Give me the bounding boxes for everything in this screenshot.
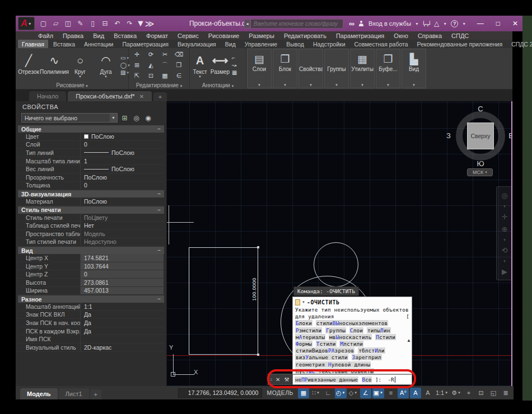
search-binoculars-icon[interactable]: ∞ — [349, 19, 354, 28]
save-button[interactable]: ◫ — [63, 18, 73, 29]
store-cart-icon[interactable] — [423, 21, 430, 26]
workspace-gear-button[interactable]: ⚙▼ — [450, 388, 462, 398]
menu-item[interactable]: Размеры — [249, 32, 274, 39]
menu-item[interactable]: Формат — [146, 32, 168, 39]
ribbon-tab[interactable]: Вставка — [49, 40, 79, 48]
object-snap-toggle[interactable]: ▣▼ — [372, 388, 384, 398]
save-as-button[interactable]: ✎ — [75, 18, 86, 29]
ribbon-tab[interactable]: Совместная работа — [351, 40, 412, 48]
lineweight-toggle[interactable]: ≡▼ — [385, 388, 396, 398]
section-header[interactable]: Стиль печати− — [18, 206, 164, 214]
share-device-button[interactable]: ▯ — [87, 18, 98, 29]
chevron-down-icon[interactable]: ▼ — [415, 22, 419, 26]
stretch-tool[interactable]: ⇱▾ — [130, 70, 144, 81]
annotation-tool-button[interactable]: ⟷ Размер ▼ — [210, 49, 230, 82]
array-tool[interactable]: ▦▾ — [158, 70, 172, 81]
more-tools-icon[interactable]: ≫ — [145, 18, 155, 29]
doc-tab-active[interactable]: Прокси-объекты.dxf* ✕ — [68, 91, 152, 101]
leader-tool[interactable]: ⌐▾ — [232, 55, 237, 61]
ribbon-tab[interactable]: Управление — [241, 40, 281, 48]
chevron-down-icon[interactable]: ▾ — [503, 259, 506, 263]
polar-tracking-toggle[interactable]: ◴▼ — [335, 388, 347, 398]
ribbon-tab[interactable]: Главная — [18, 40, 48, 48]
wcs-selector[interactable]: МСК▾ — [467, 168, 493, 176]
isodraft-toggle[interactable]: ◇▼ — [348, 388, 359, 398]
model-tab[interactable]: Модель — [20, 388, 58, 399]
chevron-down-icon[interactable]: ▼ — [443, 22, 447, 26]
pan-icon[interactable]: ✛ — [502, 213, 508, 220]
grid-toggle[interactable]: ▦▼ — [298, 388, 309, 398]
offset-tool[interactable]: ∈▾ — [172, 70, 186, 81]
selection-combo[interactable]: Ничего не выбрано ▼ — [21, 113, 118, 123]
move-tool[interactable]: ✛▾ — [130, 49, 144, 60]
steering-wheel-icon[interactable]: ◎ — [501, 192, 507, 199]
status-menu-button[interactable]: ≣▼ — [500, 388, 511, 398]
clean-screen-button[interactable]: ◱▼ — [488, 388, 499, 398]
menu-item[interactable]: Рисование — [208, 32, 239, 39]
scroll-up-icon[interactable]: ▲ — [407, 338, 411, 343]
new-file-button[interactable]: ▢ — [38, 18, 49, 29]
menu-item[interactable]: Вставка — [114, 32, 137, 39]
section-header[interactable]: Вид− — [18, 247, 164, 254]
collapse-icon[interactable]: − — [157, 247, 161, 253]
properties-button[interactable]: Свойства ▼ — [298, 49, 323, 88]
collapse-icon[interactable]: − — [157, 126, 161, 132]
ortho-toggle[interactable]: ∟▼ — [323, 388, 334, 398]
menu-item[interactable]: Сервис — [178, 32, 199, 39]
clipboard-button[interactable]: ❐ Буфе... ▼ — [376, 49, 400, 88]
quick-select-button[interactable]: ◉ — [143, 113, 153, 123]
new-doc-tab-button[interactable]: + — [153, 92, 167, 101]
draw-tool-button[interactable]: ╱ Отрезок ▼ — [16, 49, 41, 82]
drag-handle-icon[interactable]: ⁞⁞ — [270, 377, 272, 382]
erase-tool[interactable]: ⌫▾ — [172, 49, 186, 60]
fillet-tool[interactable]: ⌒▾ — [158, 60, 172, 70]
rotate-tool[interactable]: ⟳▾ — [144, 49, 158, 60]
draw-tool-button[interactable]: ◠ Дуга ▼ — [93, 49, 119, 82]
close-icon[interactable]: ✕ — [276, 377, 280, 383]
isolate-objects-button[interactable]: ⊡▼ — [475, 388, 487, 398]
annotation-visibility-toggle[interactable]: А°▼ — [398, 388, 409, 398]
annotation-tool-button[interactable]: A Текст ▼ — [190, 49, 210, 82]
menu-item[interactable]: Окно — [394, 32, 408, 39]
viewcube-north[interactable]: С — [450, 105, 511, 113]
print-button[interactable]: ⊟ — [100, 18, 110, 29]
section-header[interactable]: Общие− — [18, 125, 164, 133]
doc-tab-start[interactable]: Начало — [29, 91, 66, 101]
undo-dropdown-icon[interactable]: ▼ — [136, 18, 145, 29]
viewcube-face-top[interactable]: Сверху — [467, 123, 494, 149]
menu-item[interactable]: Файл — [38, 32, 53, 39]
search-collapse-icon[interactable]: ◂ — [244, 19, 250, 29]
help-search-input[interactable] — [250, 19, 343, 29]
panel-title-annotate[interactable]: Аннотации ▾ — [190, 82, 246, 90]
groups-button[interactable]: Группы ▼ — [324, 49, 349, 88]
collapse-icon[interactable]: − — [157, 207, 161, 213]
ribbon-tab[interactable]: Надстройки — [309, 40, 349, 48]
draw-tool-button[interactable]: ∿ Полилиния ▼ — [41, 49, 67, 82]
utilities-button[interactable]: ▦ Утилиты ▼ — [350, 49, 375, 88]
ribbon-tab[interactable]: СПДС 2019 — [507, 40, 532, 48]
snap-toggle[interactable]: ∷▼ — [310, 388, 321, 398]
select-objects-button[interactable]: ◎ — [132, 113, 141, 123]
drawing-canvas[interactable]: 100.0000 Y X Сверху С Ю З В МСК▾ ◎ ▾ ✛ ⊕… — [167, 101, 512, 386]
draw-tool-button[interactable]: ○ Круг ▼ — [67, 49, 93, 82]
crosshair-button[interactable]: +▼ — [463, 388, 474, 398]
pickadd-toggle[interactable]: ⊞ — [120, 113, 129, 123]
menu-item[interactable]: Справка — [418, 32, 442, 39]
command-input[interactable]: неПРивязанные данные Все ]: -R — [292, 374, 412, 385]
view-button[interactable]: ▙ Вид ▼ — [402, 49, 426, 88]
section-header[interactable]: Разное− — [18, 295, 164, 303]
viewcube-east[interactable]: В — [508, 131, 512, 140]
sign-in-button[interactable]: Вход в службы — [368, 20, 411, 27]
explode-tool[interactable]: ❒▾ — [172, 60, 186, 70]
ribbon-tab[interactable]: Аннотации — [80, 40, 118, 48]
space-indicator[interactable]: МОДЕЛЬ — [267, 389, 293, 396]
close-button[interactable]: ✕ — [512, 20, 518, 27]
app-store-icon[interactable]: △ — [434, 20, 439, 27]
annotation-autoscale-toggle[interactable]: А▼ — [410, 388, 421, 398]
panel-title-edit[interactable]: Редактирование ▾ — [129, 82, 189, 90]
chevron-down-icon[interactable]: ▼ — [302, 300, 305, 304]
annotation-scale-icon[interactable]: А▼ — [422, 388, 433, 398]
menu-item[interactable]: Вид — [93, 32, 104, 39]
viewcube-south[interactable]: Ю — [450, 159, 511, 168]
minimize-button[interactable]: — — [477, 20, 484, 27]
